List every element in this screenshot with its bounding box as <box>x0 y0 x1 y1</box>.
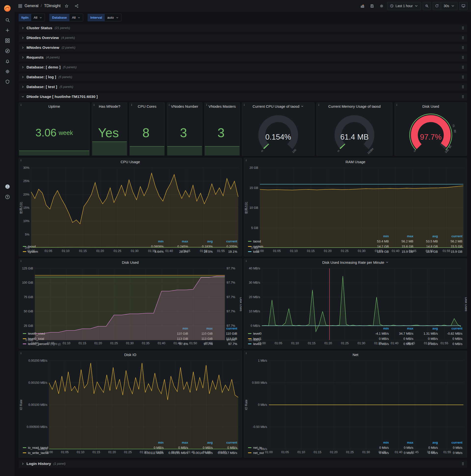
panel-title[interactable]: Has MNode? <box>92 102 127 110</box>
svg-text:01:10: 01:10 <box>290 249 298 253</box>
panel-title[interactable]: Disk Used <box>19 259 242 266</box>
panel-title[interactable]: VNodes Masters <box>205 102 240 110</box>
panel-info-icon[interactable] <box>245 259 248 263</box>
svg-text:01:25: 01:25 <box>346 450 354 454</box>
panel-title[interactable]: Disk Used <box>395 102 467 110</box>
row-drag-handle[interactable] <box>461 95 465 98</box>
svg-text:75 GiB: 75 GiB <box>24 295 33 299</box>
time-range-label: Last 1 hour <box>395 4 413 8</box>
save-dashboard-button[interactable] <box>368 2 376 10</box>
breadcrumb-dashboard-title[interactable]: TDinsight <box>44 4 61 8</box>
svg-text:01:20: 01:20 <box>324 249 331 253</box>
create-button[interactable] <box>2 25 13 35</box>
variable-interval-dropdown[interactable]: auto <box>105 14 121 21</box>
variable-database-dropdown[interactable]: All <box>69 14 83 21</box>
panel-info-icon[interactable] <box>20 259 22 263</box>
row-panel-count: (2 panels) <box>62 46 76 49</box>
star-dashboard-button[interactable] <box>63 2 71 10</box>
panel-info-icon[interactable] <box>130 103 133 107</box>
panel-info-icon[interactable] <box>395 103 398 107</box>
stat-value: 8 <box>130 110 165 155</box>
panel-info-icon[interactable] <box>93 103 95 107</box>
svg-text:0: 0 <box>337 149 340 153</box>
panel-title[interactable]: Uptime <box>19 102 89 110</box>
add-panel-button[interactable] <box>358 2 366 10</box>
panel-info-icon[interactable] <box>20 103 22 107</box>
panel-disk-rate-chart: Disk Used Increasing Rate per Minute 40 … <box>244 258 467 349</box>
svg-text:01:20: 01:20 <box>94 341 102 345</box>
dashboards-button[interactable] <box>2 35 13 46</box>
row-database-log[interactable]: Database: [ log ] (5 panels) <box>19 73 467 81</box>
panel-info-icon[interactable] <box>205 103 208 107</box>
variables-bar: fqdn All Database All Interval auto <box>15 12 471 22</box>
panel-title[interactable]: RAM Usage <box>244 158 467 165</box>
time-range-picker[interactable]: Last 1 hour <box>387 2 421 10</box>
charts-row-2: Disk Used 125 GiB97.7%100 GiB97.7%75 GiB… <box>19 258 467 349</box>
breadcrumb-folder[interactable]: General <box>25 4 38 8</box>
help-button[interactable] <box>2 192 13 202</box>
panel-title[interactable]: Disk IO <box>19 351 242 358</box>
panel-title[interactable]: VNodes Number <box>167 102 202 110</box>
grafana-logo[interactable] <box>2 2 13 15</box>
configuration-button[interactable] <box>2 66 13 77</box>
top-navbar: General / TDinsight <box>15 0 471 12</box>
row-drag-handle[interactable] <box>461 462 465 465</box>
row-cluster-status[interactable]: Cluster Status (21 panels) <box>19 24 467 32</box>
row-drag-handle[interactable] <box>461 26 465 30</box>
search-button[interactable] <box>2 15 13 25</box>
svg-text:50 GiB: 50 GiB <box>24 310 33 313</box>
refresh-interval-picker[interactable]: 30s <box>441 2 457 10</box>
variable-fqdn-dropdown[interactable]: All <box>31 14 45 21</box>
panel-title-text: Disk Used <box>122 260 139 265</box>
row-dnodes-overview[interactable]: DNodes Overview (4 panels) <box>19 34 467 42</box>
panel-title[interactable]: Current Memory Usage of taosd <box>317 102 392 110</box>
row-panel-count: (1 panel) <box>53 462 66 465</box>
panel-title[interactable]: Current CPU Usage of taosd <box>242 102 314 110</box>
panel-title[interactable]: CPU Usage <box>19 158 242 165</box>
svg-text:16384: 16384 <box>367 147 374 154</box>
panel-info-icon[interactable] <box>20 158 22 162</box>
row-panel-count: (21 panels) <box>55 26 70 30</box>
svg-text:01:40: 01:40 <box>395 450 402 454</box>
panel-info-icon[interactable] <box>245 351 248 355</box>
explore-button[interactable] <box>2 46 13 56</box>
row-requests[interactable]: Requests (4 panels) <box>19 53 467 62</box>
row-database-test[interactable]: Database: [ test ] (5 panels) <box>19 83 467 91</box>
server-admin-button[interactable] <box>2 77 13 87</box>
panel-title[interactable]: Net <box>244 351 467 358</box>
drag-dots-icon <box>461 75 465 79</box>
row-database-demo[interactable]: Database: [ demo ] (5 panels) <box>19 63 467 71</box>
row-login-history[interactable]: Login History (1 panel) <box>19 459 467 468</box>
svg-text:20 MB/s: 20 MB/s <box>249 295 260 299</box>
panel-info-icon[interactable] <box>20 351 22 355</box>
user-profile-button[interactable] <box>2 181 13 192</box>
cycle-view-mode-button[interactable] <box>459 2 468 10</box>
panel-info-icon[interactable] <box>318 103 320 107</box>
svg-text:10%: 10% <box>23 219 30 223</box>
row-drag-handle[interactable] <box>461 36 465 39</box>
dashboard-settings-button[interactable] <box>378 2 385 10</box>
panel-title[interactable]: CPU Cores <box>130 102 165 110</box>
row-drag-handle[interactable] <box>461 66 465 69</box>
row-drag-handle[interactable] <box>461 56 465 59</box>
zoom-out-time-button[interactable] <box>423 2 431 10</box>
refresh-dashboard-button[interactable] <box>433 2 441 10</box>
panel-info-icon[interactable] <box>243 103 246 107</box>
save-icon <box>370 4 374 8</box>
row-mnodes-overview[interactable]: MNodes Overview (2 panels) <box>19 43 467 52</box>
panel-vnodes-number: VNodes Number 3 <box>167 102 202 156</box>
row-drag-handle[interactable] <box>461 75 465 79</box>
row-dnode-usage[interactable]: DNode Usage [ huolinhe-TM1701:6030 ] <box>19 92 467 101</box>
grafana-app: General / TDinsight <box>0 0 471 476</box>
panel-info-icon[interactable] <box>245 158 248 162</box>
row-drag-handle[interactable] <box>461 85 465 89</box>
panel-cpu-cores: CPU Cores 8 <box>129 102 165 156</box>
panel-title[interactable]: Disk Used Increasing Rate per Minute <box>244 259 467 266</box>
svg-text:01:45: 01:45 <box>183 249 190 253</box>
panel-info-icon[interactable] <box>168 103 170 107</box>
share-dashboard-button[interactable] <box>73 2 81 10</box>
gauge-value: 61.4 MB <box>317 133 392 142</box>
row-drag-handle[interactable] <box>461 46 465 49</box>
alerting-button[interactable] <box>2 56 13 66</box>
monitor-icon <box>461 4 465 8</box>
